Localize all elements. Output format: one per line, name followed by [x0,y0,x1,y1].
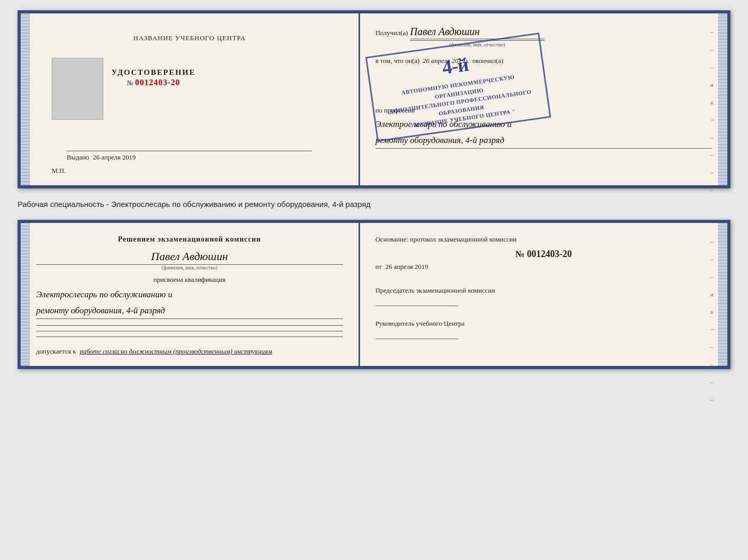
right-texture [718,13,727,185]
допускается-block: допускается к работе согласно должностны… [36,347,343,356]
top-document: НАЗВАНИЕ УЧЕБНОГО ЦЕНТРА УДОСТОВЕРЕНИЕ №… [18,10,730,188]
number-prefix: № [127,79,133,87]
photo-placeholder [52,58,103,120]
qualification-line1: Электрослесарь по обслуживанию и [36,287,343,303]
руководитель-block: Руководитель учебного Центра [376,319,712,347]
chairman-sig-line [376,297,458,306]
received-line: Получил(а) Павел Авдюшин (фамилия, имя, … [376,26,712,47]
bottom-left-texture [21,223,30,366]
qualification-line2: ремонту оборудования, 4-й разряд [36,303,343,319]
vydano-date: 26 апреля 2019 [93,153,136,161]
допускается-prefix: допускается к [36,347,76,355]
udostoverenie-number: 0012403-20 [135,78,180,87]
chairman-block: Председатель экзаменационной комиссии [376,286,712,314]
bottom-left-page: Решением экзаменационной комиссии Павел … [21,223,360,366]
vydano-line: Выдано 26 апреля 2019 [67,151,312,162]
bottom-document: Решением экзаменационной комиссии Павел … [18,220,730,369]
blank-line-3 [36,337,343,337]
допускается-text: работе согласно должностным (производств… [80,347,272,355]
protocol-number: № 0012403-20 [376,249,712,260]
udostoverenie-block: УДОСТОВЕРЕНИЕ № 0012403-20 [112,68,196,87]
assigned-text: присвоена квалификация [36,276,343,284]
bottom-right-texture [718,223,727,366]
osnov-title: Основание: протокол экзаменационной коми… [376,235,712,244]
руководитель-sig-line [376,330,458,339]
top-right-page: Получил(а) Павел Авдюшин (фамилия, имя, … [360,13,727,185]
bottom-fio-label: (фамилия, имя, отчество) [36,265,343,270]
received-prefix: Получил(а) [376,29,408,37]
bottom-right-page: Основание: протокол экзаменационной коми… [360,223,727,366]
руководитель-title: Руководитель учебного Центра [376,319,712,328]
ot-line: от 26 апреля 2019 [376,263,712,271]
bottom-person-name: Павел Авдюшин [36,250,343,265]
blank-line-2 [36,331,343,331]
top-center-title: НАЗВАНИЕ УЧЕБНОГО ЦЕНТРА [133,29,245,42]
ot-prefix: от [376,263,382,270]
blank-line-1 [36,325,343,326]
top-left-page: НАЗВАНИЕ УЧЕБНОГО ЦЕНТРА УДОСТОВЕРЕНИЕ №… [21,13,360,185]
ot-date: 26 апреля 2019 [385,263,428,270]
udostoverenie-title: УДОСТОВЕРЕНИЕ [112,68,196,77]
mp-label: М.П. [52,167,66,175]
commission-title: Решением экзаменационной комиссии [36,235,343,244]
chairman-title: Председатель экзаменационной комиссии [376,286,712,295]
vydano-label: Выдано [67,153,89,161]
top-right-dashes: – – – и а ← – – – – [710,29,716,193]
left-texture [21,13,30,185]
qualification-text: Электрослесарь по обслуживанию и ремонту… [36,287,343,319]
bottom-right-dashes: – – – и а ← – – – – [710,238,716,403]
info-text: Рабочая специальность - Электрослесарь п… [18,197,730,212]
